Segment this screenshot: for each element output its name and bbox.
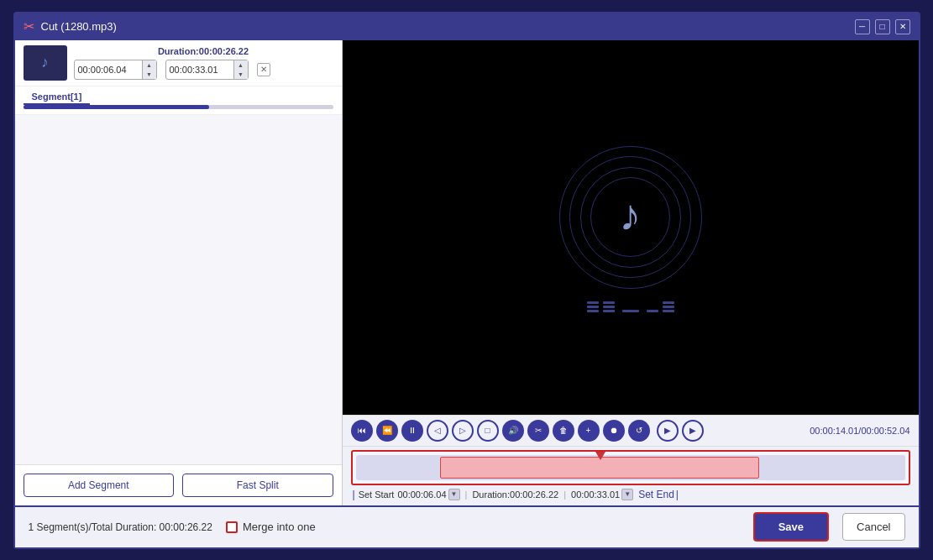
close-button[interactable]: ✕: [895, 19, 910, 34]
left-spacer: [15, 115, 342, 464]
end-dropdown[interactable]: ▼: [621, 489, 633, 500]
timeline-cursor: [595, 452, 605, 460]
music-circle: ♪: [555, 142, 706, 293]
segment-duration: Duration:00:00:26.22: [74, 46, 333, 56]
eq-dash2: [647, 310, 658, 312]
timeline-container: [351, 450, 910, 485]
stop-button[interactable]: □: [477, 420, 499, 442]
set-start-marker[interactable]: |: [353, 489, 355, 500]
eq-dash1: [619, 310, 642, 312]
eq-bar-2: [603, 301, 615, 312]
eq-bar-1: [587, 301, 599, 312]
close-segment-button[interactable]: ✕: [257, 63, 270, 76]
timeline-area: | Set Start 00:00:06.04 ▼ | Duration:00:…: [343, 446, 919, 505]
minimize-button[interactable]: ─: [855, 19, 870, 34]
end-time-input[interactable]: [166, 63, 233, 76]
segment-tab[interactable]: Segment[1]: [24, 90, 91, 105]
end-time-input-group: ▲ ▼: [165, 60, 249, 80]
merge-checkbox-area: Merge into one: [226, 521, 316, 533]
bottom-bar: 1 Segment(s)/Total Duration: 00:00:26.22…: [15, 505, 919, 547]
end-time-up[interactable]: ▲: [234, 60, 248, 70]
segment-info: Duration:00:00:26.22 ▲ ▼ ▲: [74, 46, 333, 80]
start-time-display: 00:00:06.04: [397, 489, 446, 500]
time-display: 00:00:14.01/00:00:52.04: [810, 426, 909, 436]
controls-bar: ⏮ ⏪ ⏸ ◁ ▷ □ 🔊 ✂ 🗑 + ⏺ ↺ ▶ ▶ 00:00:14.01/…: [343, 415, 919, 446]
frame-fwd-button[interactable]: ▷: [452, 420, 474, 442]
add-button[interactable]: +: [578, 420, 600, 442]
start-time-spin: ▲ ▼: [142, 60, 156, 79]
merge-checkbox[interactable]: [226, 521, 238, 533]
progress-bar-area: Segment[1]: [15, 86, 342, 115]
fast-split-button[interactable]: Fast Split: [182, 474, 333, 497]
set-end-marker[interactable]: |: [676, 489, 679, 500]
cut-button[interactable]: ✂: [527, 420, 549, 442]
music-note-icon: ♪: [41, 54, 49, 71]
clip-right-button[interactable]: ▶: [682, 420, 704, 442]
main-content: ♪ Duration:00:00:26.22 ▲ ▼: [15, 40, 919, 505]
record-button[interactable]: ⏺: [603, 420, 625, 442]
scissors-icon: ✂: [24, 18, 34, 34]
set-end-label: Set End: [638, 489, 674, 500]
timeline-track[interactable]: [356, 455, 905, 480]
status-text: 1 Segment(s)/Total Duration: 00:00:26.22: [29, 521, 212, 533]
rewind-button[interactable]: ⏪: [376, 420, 398, 442]
segment-item: ♪ Duration:00:00:26.22 ▲ ▼: [15, 40, 342, 86]
start-dropdown[interactable]: ▼: [448, 489, 460, 500]
start-time-input[interactable]: [75, 63, 142, 76]
window-controls: ─ □ ✕: [855, 19, 910, 34]
cancel-button[interactable]: Cancel: [842, 513, 904, 541]
maximize-button[interactable]: □: [875, 19, 890, 34]
set-start-label: Set Start: [359, 489, 395, 500]
title-bar: ✂ Cut (1280.mp3) ─ □ ✕: [15, 13, 919, 40]
add-segment-button[interactable]: Add Segment: [24, 474, 175, 497]
end-time-down[interactable]: ▼: [234, 70, 248, 79]
music-visual: ♪: [555, 142, 706, 312]
start-time-up[interactable]: ▲: [143, 60, 156, 70]
frame-back-button[interactable]: ◁: [427, 420, 448, 442]
timeline-duration: Duration:00:00:26.22: [472, 489, 558, 500]
eq-bar-3: [663, 301, 674, 312]
pause-button[interactable]: ⏸: [401, 420, 423, 442]
left-bottom-actions: Add Segment Fast Split: [15, 464, 342, 505]
main-window: ✂ Cut (1280.mp3) ─ □ ✕ ♪ Duration:00:00:…: [13, 12, 920, 549]
equalizer-bars: [587, 301, 674, 312]
volume-button[interactable]: 🔊: [502, 420, 524, 442]
video-display: ♪: [343, 40, 919, 415]
skip-to-start-button[interactable]: ⏮: [351, 420, 373, 442]
merge-label: Merge into one: [243, 521, 316, 533]
progress-fill: [24, 105, 209, 109]
end-time-spin: ▲ ▼: [233, 60, 248, 79]
window-title: Cut (1280.mp3): [41, 20, 855, 33]
timeline-footer: | Set Start 00:00:06.04 ▼ | Duration:00:…: [351, 489, 910, 500]
save-button[interactable]: Save: [753, 512, 829, 542]
end-time-display: 00:00:33.01: [571, 489, 620, 500]
delete-button[interactable]: 🗑: [553, 420, 574, 442]
start-time-down[interactable]: ▼: [143, 70, 156, 79]
reset-button[interactable]: ↺: [628, 420, 650, 442]
progress-track: [24, 105, 333, 109]
clip-left-button[interactable]: ▶: [657, 420, 679, 442]
segment-thumbnail: ♪: [24, 45, 67, 81]
segment-times: ▲ ▼ ▲ ▼ ✕: [74, 60, 333, 80]
right-panel: ♪: [343, 40, 919, 505]
large-music-note-icon: ♪: [620, 190, 642, 240]
start-time-input-group: ▲ ▼: [74, 60, 157, 80]
left-panel: ♪ Duration:00:00:26.22 ▲ ▼: [15, 40, 343, 505]
